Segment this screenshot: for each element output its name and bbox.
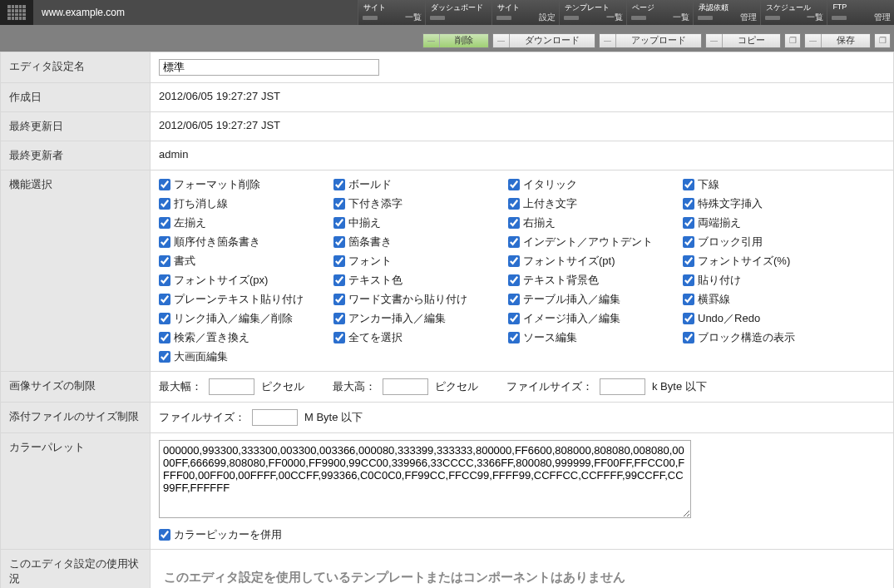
- feature-checkbox[interactable]: [683, 332, 694, 343]
- nav-item-6[interactable]: スケジュール一覧: [760, 0, 827, 25]
- feature-15[interactable]: ブロック引用: [683, 235, 857, 250]
- feature-checkbox[interactable]: [159, 313, 170, 324]
- feature-11[interactable]: 両端揃え: [683, 215, 857, 230]
- feature-checkbox[interactable]: [159, 332, 170, 343]
- feature-checks: フォーマット削除ボールドイタリック下線打ち消し線下付き添字上付き文字特殊文字挿入…: [159, 177, 885, 364]
- feature-checkbox[interactable]: [683, 179, 694, 190]
- feature-23[interactable]: 貼り付け: [683, 273, 857, 288]
- site-url: www.example.com: [33, 0, 358, 25]
- copy-button[interactable]: ―コピー: [705, 33, 781, 48]
- feature-checkbox[interactable]: [508, 217, 520, 229]
- feature-14[interactable]: インデント／アウトデント: [508, 235, 683, 250]
- feature-checkbox[interactable]: [159, 294, 170, 305]
- save-extra-icon[interactable]: ❐: [874, 33, 891, 48]
- feature-checkbox[interactable]: [508, 294, 520, 305]
- feature-9[interactable]: 中揃え: [333, 215, 508, 230]
- feature-18[interactable]: フォントサイズ(pt): [508, 254, 683, 269]
- feature-20[interactable]: フォントサイズ(px): [159, 273, 333, 288]
- feature-2[interactable]: イタリック: [508, 177, 683, 192]
- feature-32[interactable]: 検索／置き換え: [159, 330, 333, 345]
- nav-item-4[interactable]: ページ一覧: [626, 0, 694, 25]
- feature-29[interactable]: アンカー挿入／編集: [333, 311, 508, 326]
- save-button[interactable]: ―保存: [804, 33, 871, 48]
- feature-checkbox[interactable]: [333, 255, 345, 267]
- feature-checkbox[interactable]: [508, 179, 520, 190]
- feature-checkbox[interactable]: [508, 313, 520, 324]
- feature-checkbox[interactable]: [333, 198, 345, 210]
- feature-checkbox[interactable]: [333, 217, 345, 229]
- feature-16[interactable]: 書式: [159, 254, 333, 269]
- feature-checkbox[interactable]: [333, 332, 345, 343]
- feature-35[interactable]: ブロック構造の表示: [683, 330, 857, 345]
- nav-item-3[interactable]: テンプレート一覧: [559, 0, 626, 25]
- feature-21[interactable]: テキスト色: [333, 273, 508, 288]
- feature-checkbox[interactable]: [508, 236, 520, 248]
- feature-10[interactable]: 右揃え: [508, 215, 683, 230]
- color-picker-checkbox[interactable]: [159, 529, 170, 541]
- feature-30[interactable]: イメージ挿入／編集: [508, 311, 683, 326]
- feature-26[interactable]: テーブル挿入／編集: [508, 292, 683, 307]
- image-filesize-input[interactable]: [600, 378, 645, 395]
- attach-filesize-input[interactable]: [252, 409, 298, 426]
- download-button[interactable]: ―ダウンロード: [492, 33, 595, 48]
- feature-checkbox[interactable]: [159, 274, 170, 286]
- feature-4[interactable]: 打ち消し線: [159, 196, 333, 211]
- feature-8[interactable]: 左揃え: [159, 215, 333, 230]
- feature-checkbox[interactable]: [159, 351, 170, 363]
- feature-checkbox[interactable]: [683, 294, 694, 305]
- nav-item-1[interactable]: ダッシュボード: [425, 0, 492, 25]
- upload-button[interactable]: ―アップロード: [599, 33, 702, 48]
- nav-item-2[interactable]: サイト設定: [491, 0, 559, 25]
- feature-28[interactable]: リンク挿入／編集／削除: [159, 311, 333, 326]
- feature-6[interactable]: 上付き文字: [508, 196, 683, 211]
- feature-label: プレーンテキスト貼り付け: [174, 292, 304, 307]
- feature-checkbox[interactable]: [159, 255, 170, 267]
- feature-17[interactable]: フォント: [333, 254, 508, 269]
- feature-25[interactable]: ワード文書から貼り付け: [333, 292, 508, 307]
- delete-button[interactable]: ―削除: [422, 33, 489, 48]
- feature-24[interactable]: プレーンテキスト貼り付け: [159, 292, 333, 307]
- feature-checkbox[interactable]: [333, 294, 345, 305]
- palette-textarea[interactable]: [159, 440, 691, 518]
- feature-checkbox[interactable]: [333, 236, 345, 248]
- feature-36[interactable]: 大画面編集: [159, 349, 333, 364]
- feature-checkbox[interactable]: [683, 217, 694, 229]
- feature-checkbox[interactable]: [683, 236, 694, 248]
- feature-checkbox[interactable]: [683, 313, 694, 324]
- feature-checkbox[interactable]: [333, 179, 345, 190]
- feature-checkbox[interactable]: [508, 332, 520, 343]
- feature-19[interactable]: フォントサイズ(%): [683, 254, 857, 269]
- feature-checkbox[interactable]: [159, 179, 170, 190]
- feature-checkbox[interactable]: [683, 255, 694, 267]
- feature-33[interactable]: 全てを選択: [333, 330, 508, 345]
- editor-name-input[interactable]: [159, 59, 379, 76]
- feature-checkbox[interactable]: [508, 274, 520, 286]
- feature-checkbox[interactable]: [159, 236, 170, 248]
- max-width-input[interactable]: [209, 378, 254, 395]
- feature-checkbox[interactable]: [683, 274, 694, 286]
- feature-checkbox[interactable]: [159, 198, 170, 210]
- copy-extra-icon[interactable]: ❐: [784, 33, 801, 48]
- feature-22[interactable]: テキスト背景色: [508, 273, 683, 288]
- nav-item-5[interactable]: 承認依頼管理: [693, 0, 760, 25]
- feature-checkbox[interactable]: [333, 274, 345, 286]
- feature-31[interactable]: Undo／Redo: [683, 311, 857, 326]
- feature-3[interactable]: 下線: [683, 177, 857, 192]
- feature-0[interactable]: フォーマット削除: [159, 177, 333, 192]
- feature-checkbox[interactable]: [508, 255, 520, 267]
- feature-checkbox[interactable]: [508, 198, 520, 210]
- feature-checkbox[interactable]: [159, 217, 170, 229]
- label-updated: 最終更新日: [1, 112, 151, 141]
- max-height-input[interactable]: [383, 378, 428, 395]
- feature-12[interactable]: 順序付き箇条書き: [159, 235, 333, 250]
- feature-13[interactable]: 箇条書き: [333, 235, 508, 250]
- feature-27[interactable]: 横罫線: [683, 292, 857, 307]
- feature-7[interactable]: 特殊文字挿入: [683, 196, 857, 211]
- feature-checkbox[interactable]: [333, 313, 345, 324]
- feature-34[interactable]: ソース編集: [508, 330, 683, 345]
- nav-item-7[interactable]: FTP管理: [827, 0, 894, 25]
- nav-item-0[interactable]: サイト一覧: [358, 0, 425, 25]
- feature-1[interactable]: ボールド: [333, 177, 508, 192]
- feature-5[interactable]: 下付き添字: [333, 196, 508, 211]
- feature-checkbox[interactable]: [683, 198, 694, 210]
